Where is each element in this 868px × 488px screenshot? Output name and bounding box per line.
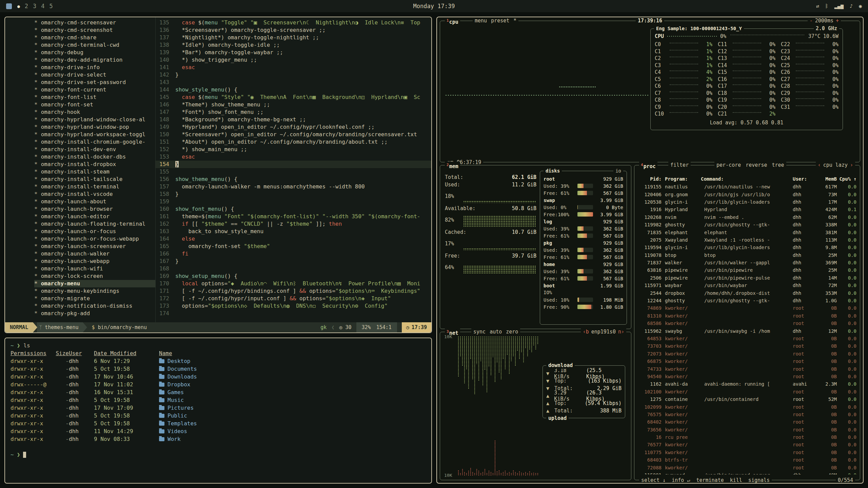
interval-decrease-button[interactable]: - [810, 17, 813, 24]
file-item[interactable]: *omarchy-drive-set-password [34, 79, 155, 86]
file-item[interactable]: *omarchy-hyprland-window-pop [34, 123, 155, 131]
proc-footer-button[interactable]: info ↵ [672, 477, 690, 484]
file-item[interactable]: *omarchy-cmd-screenshot [34, 26, 155, 34]
cpu-button-menu[interactable]: menu [475, 17, 487, 24]
file-item[interactable]: *omarchy-drive-select [34, 71, 155, 79]
proc-footer-button[interactable]: select ↓ [641, 477, 666, 484]
process-row[interactable]: 71837walker/usr/bin/walker --gappldhh369… [638, 259, 856, 266]
file-item[interactable]: *omarchy-launch-walker [34, 250, 155, 258]
file-item[interactable]: *omarchy-launch-browser [34, 205, 155, 213]
process-row[interactable]: 72088kworker/root0B0.0 [638, 464, 856, 471]
process-row[interactable]: 120268nvimnvim --embed .dhh62M0.0 [638, 214, 856, 221]
file-item[interactable]: *omarchy-install-vscode [34, 190, 155, 198]
file-item[interactable]: *omarchy-launch-or-focus [34, 228, 155, 235]
cpu-meter-icon[interactable]: ▂▄▆ [834, 3, 844, 9]
net-button-sync[interactable]: sync [473, 328, 486, 335]
proc-column-header[interactable]: Program: [665, 176, 701, 182]
process-row[interactable]: 120538glycin-i/usr/lib/glycin-loadersdhh… [638, 198, 856, 206]
net-button-auto[interactable]: auto [490, 328, 502, 335]
filter-button[interactable]: filter [668, 162, 691, 168]
file-item[interactable]: *omarchy-install-docker-dbs [34, 153, 155, 161]
sync-icon[interactable]: ⇄ [816, 3, 819, 9]
proc-option-reverse[interactable]: reverse [746, 162, 767, 168]
proc-option-per-core[interactable]: per-core [716, 162, 741, 168]
process-row[interactable]: 68403btrfs-trroot0B0.0 [638, 456, 856, 464]
process-row[interactable]: 2506pipewire/usr/bin/pipewire-pulsedhh14… [638, 274, 856, 282]
process-row[interactable]: 66875kworker/root0B0.0 [638, 358, 856, 365]
file-tree[interactable]: *omarchy-cmd-screensaver*omarchy-cmd-scr… [5, 17, 156, 322]
file-item[interactable]: *omarchy-debug [34, 49, 155, 56]
file-item[interactable]: *omarchy-install-chromium-google- [34, 138, 155, 146]
sort-prev-button[interactable]: ‹ [818, 162, 821, 168]
process-row[interactable]: 74869kworker/root0B0.0 [638, 304, 856, 312]
cpu-button-preset[interactable]: preset [491, 17, 509, 24]
process-row[interactable]: 81310kworker/root0B0.0 [638, 312, 856, 320]
process-row[interactable]: 63816pipewire/usr/bin/pipewiredhh25M0.0 [638, 266, 856, 274]
proc-column-header[interactable]: User: [793, 176, 815, 182]
process-row[interactable]: 72073kworker/root0B0.0 [638, 350, 856, 358]
proc-footer-button[interactable]: terminate [696, 477, 724, 484]
process-row[interactable]: 119982ghostty/usr/bin/ghostty --gtk-dhh3… [638, 221, 856, 228]
process-list[interactable]: 119155nautilus/usr/bin/nautilus --newdhh… [638, 183, 856, 474]
proc-column-header[interactable]: Cpu% ↑ [837, 176, 856, 182]
process-row[interactable]: 71835elephantelephantdhh381M0.0 [638, 228, 856, 236]
process-row[interactable]: 68402kworker/root0B0.0 [638, 418, 856, 426]
file-item[interactable]: *omarchy-launch-webapp [34, 258, 155, 265]
code-pane[interactable]: 135 case $(menu "Toggle" "▣ Screensaver\… [156, 17, 431, 322]
process-row[interactable]: 2075XwaylandXwayland :1 -rootless -dhh11… [638, 236, 856, 244]
power-icon[interactable]: ◉ [859, 3, 862, 9]
file-item[interactable]: *omarchy-install-tailscale [34, 176, 155, 183]
process-row[interactable]: 119594glycin-i/usr/lib/glycin-loadersdhh… [638, 244, 856, 251]
process-row[interactable]: 102100kworker/root0B0.0 [638, 388, 856, 395]
workspace-button[interactable]: 2 [25, 3, 28, 9]
process-row[interactable]: 115962swaybg/usr/bin/swaybg -i /homdhh12… [638, 327, 856, 334]
file-item[interactable]: *omarchy-dev-add-migration [34, 56, 155, 64]
file-item[interactable]: *omarchy-hyprland-workspace-toggl [34, 131, 155, 138]
file-item[interactable]: *omarchy-launch-wifi [34, 265, 155, 272]
file-item[interactable]: *omarchy-hyprland-window-close-al [34, 116, 155, 123]
process-row[interactable]: 94540kworker/root0B0.0 [638, 373, 856, 380]
file-item[interactable]: *omarchy-cmd-terminal-cwd [34, 41, 155, 49]
process-row[interactable]: 12244ghostty/usr/bin/ghostty --gtk-dhh1.… [638, 297, 856, 304]
file-item[interactable]: *omarchy-install-dropbox [34, 161, 155, 168]
proc-footer-button[interactable]: kill [730, 477, 742, 484]
file-item[interactable]: *omarchy-install-terminal [34, 183, 155, 190]
process-row[interactable]: 110775kworker/root0B0.0 [638, 449, 856, 456]
process-row[interactable]: 1162avahi-daavahi-daemon: running [avahi… [638, 380, 856, 388]
process-row[interactable]: 115991swayosd-/usr/bin/swayosd-serverdhh… [638, 471, 856, 474]
file-item[interactable]: *omarchy-font-set [34, 101, 155, 108]
file-item[interactable]: *omarchy-install-steam [34, 168, 155, 176]
omarchy-logo-icon[interactable] [6, 3, 12, 9]
process-row[interactable]: 76575kworker/root0B0.0 [638, 411, 856, 418]
file-item[interactable]: *omarchy-notification-dismiss [34, 302, 155, 310]
file-item[interactable]: *omarchy-launch-screensaver [34, 243, 155, 250]
file-item[interactable]: *omarchy-migrate [34, 295, 155, 302]
process-row[interactable]: 115971waybar/usr/bin/waybardhh72M0.0 [638, 282, 856, 289]
workspace-button[interactable]: 4 [41, 3, 44, 9]
process-row[interactable]: 120406org.gnom/usr/bin/gjs /usr/lib/odhh… [638, 190, 856, 198]
file-item[interactable]: *omarchy-hook [34, 108, 155, 116]
sort-next-button[interactable]: › [850, 162, 853, 168]
file-item[interactable]: *omarchy-lock-screen [34, 272, 155, 280]
process-row[interactable]: 74733kworker/root0B0.0 [638, 365, 856, 372]
file-item[interactable]: *omarchy-font-list [34, 94, 155, 101]
file-item[interactable]: *omarchy-install-dev-env [34, 146, 155, 153]
process-row[interactable]: 1916HyprlandHyprlanddhh424M0.1 [638, 206, 856, 213]
file-item[interactable]: *omarchy-launch-about [34, 198, 155, 205]
process-row[interactable]: 1275containe/usr/bin/containerdroot52M0.… [638, 395, 856, 403]
io-mode-button[interactable]: io [613, 167, 623, 174]
process-row[interactable]: 68586kworker/root0B0.0 [638, 320, 856, 327]
process-row[interactable]: 73703kworker/root0B0.0 [638, 342, 856, 350]
file-item[interactable]: *omarchy-menu [34, 280, 155, 287]
proc-column-header[interactable]: Pid: [638, 176, 665, 182]
proc-column-header[interactable]: Command: [701, 176, 793, 182]
file-item[interactable]: *omarchy-font-current [34, 86, 155, 94]
bluetooth-icon[interactable]: ᛒ [825, 3, 828, 9]
file-item[interactable]: *omarchy-launch-floating-terminal [34, 220, 155, 228]
process-row[interactable]: 119155nautilus/usr/bin/nautilus --newdhh… [638, 183, 856, 190]
process-row[interactable]: 76577kworker/root0B0.0 [638, 441, 856, 448]
file-item[interactable]: *omarchy-pkg-add [34, 310, 155, 317]
process-row[interactable]: 16rcu_preeroot0B0.0 [638, 433, 856, 441]
proc-option-tree[interactable]: tree [772, 162, 784, 168]
proc-footer-button[interactable]: signals [748, 477, 770, 484]
